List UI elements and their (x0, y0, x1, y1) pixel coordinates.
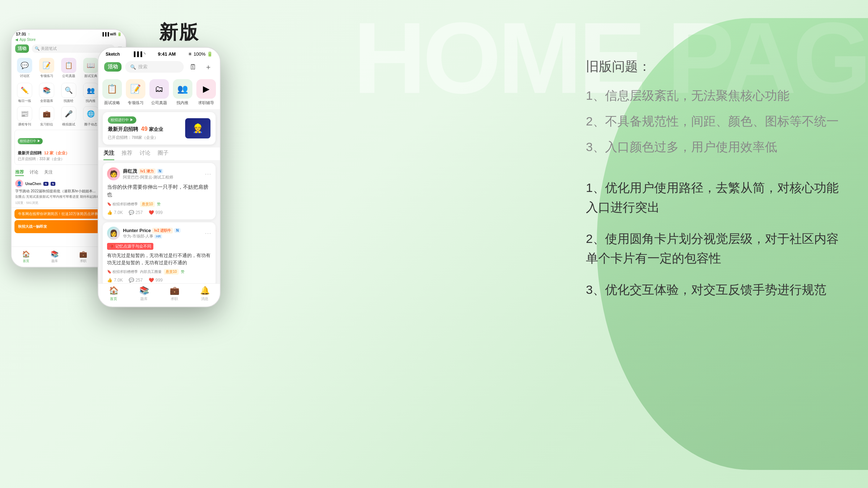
new-icon-coach[interactable]: ▶ 求职辅导 (195, 79, 217, 106)
new-nav-questionbank-icon: 📚 (139, 286, 149, 295)
new-post2-comment[interactable]: 💬 257 (129, 278, 143, 283)
old-icon-course-box: 📰 (17, 106, 32, 121)
old-icon-discuss-label: 讨论区 (20, 74, 30, 78)
new-icon-interview-label: 面试攻略 (104, 100, 120, 106)
new-time: 9:41 AM (158, 51, 176, 57)
new-calendar-btn[interactable]: 🗓 (187, 61, 199, 73)
old-icon-discuss[interactable]: 💬 讨论区 (14, 58, 35, 78)
old-app-store-row: ◀ App Store (12, 37, 126, 42)
new-search-box[interactable]: 🔍 搜索 (125, 61, 184, 73)
new-nav-home[interactable]: 🏠 首页 (98, 286, 129, 301)
new-post-card-2: 👩 Hunter Price lv2 进职牛 N 华为-市场部-人事 HR ⋯ … (103, 222, 216, 287)
new-bottom-nav: 🏠 首页 📚 题库 💼 求职 🔔 消息 (98, 283, 220, 307)
signal-icon: ▐▐▐ (101, 32, 109, 36)
new-post2-badge2: N (174, 228, 180, 233)
new-icon-interview[interactable]: 📋 面试攻略 (101, 79, 123, 106)
old-time: 17:31 ↑ (16, 32, 30, 36)
new-tab-community[interactable]: 圈子 (158, 150, 169, 160)
old-icon-mock-box: 🎤 (61, 106, 76, 121)
new-post1-more[interactable]: ⋯ (205, 170, 211, 178)
new-recruit-text-area: 校招进行中 ▶ 最新开启招聘 49 家企业 已开启招聘：788家（企业） (108, 116, 182, 140)
new-post1-tag3: 赞 (157, 201, 161, 207)
old-icon-questions-label: 公司真题 (62, 74, 75, 78)
new-nav-questionbank-label: 题库 (140, 296, 148, 301)
old-nav-home-icon: 🏠 (22, 250, 30, 258)
old-icon-practice[interactable]: 📝 专项练习 (37, 58, 57, 78)
old-nav-job-icon: 💼 (79, 250, 87, 258)
old-icon-mock-label: 模拟面试 (62, 122, 75, 127)
new-post1-name: 薛红茂 lv1 潜力 N (123, 168, 202, 175)
new-icon-company[interactable]: 🗂 公司真题 (148, 79, 170, 106)
old-nav-job[interactable]: 💼 求职 (69, 250, 97, 264)
new-post1-comment[interactable]: 💬 257 (129, 210, 143, 215)
new-tab-follow[interactable]: 关注 (103, 150, 114, 160)
old-tab-discuss[interactable]: 讨论 (30, 169, 38, 176)
new-nav-job-label: 求职 (171, 296, 178, 301)
old-recruit-count: 12 家（企业） (44, 151, 69, 155)
new-icon-company-label: 公司真题 (151, 100, 167, 106)
new-nav-home-label: 首页 (110, 296, 117, 301)
issue-2: 2、不具备规范性，间距、颜色、图标等不统一 (586, 112, 839, 130)
new-status-bar: Sketch ▐▐▐ ◝ 9:41 AM ✳ 100% 🔋 (98, 48, 220, 58)
old-post1-avatar: 👤 (15, 180, 23, 188)
old-icon-refer-box: 👥 (83, 83, 98, 98)
new-icon-practice[interactable]: 📝 专项练习 (125, 79, 147, 106)
new-tab-recommend[interactable]: 推荐 (122, 150, 132, 160)
old-icon-allquestions-label: 全部题库 (40, 99, 53, 103)
new-phone-header: 活动 🔍 搜索 🗓 ＋ (98, 58, 220, 76)
new-icon-refer[interactable]: 👥 找内推 (171, 79, 193, 106)
old-app-store-text: App Store (20, 38, 35, 42)
new-nav-job[interactable]: 💼 求职 (159, 286, 190, 301)
old-icon-course-label: 课程专刊 (18, 122, 31, 127)
old-icon-findinterview-box: 🔍 (61, 83, 76, 98)
new-nav-message[interactable]: 🔔 消息 (190, 286, 220, 301)
new-post-card-1: 🧑 薛红茂 lv1 潜力 N 阿里巴巴-阿里云-测试工程师 ⋯ 当你的伙伴需要你… (103, 163, 216, 219)
old-search-placeholder: 美团笔试 (41, 46, 57, 51)
old-tab-recommend[interactable]: 推荐 (15, 169, 24, 176)
issue-3: 3、入口颜色过多，用户使用效率低 (586, 138, 839, 156)
new-post1-badge1: lv1 潜力 (139, 168, 156, 174)
new-wifi: ◝ (144, 51, 145, 57)
new-post1-like[interactable]: 👍 7.0K (107, 210, 123, 215)
old-icon-findinterview[interactable]: 🔍 找面经 (59, 83, 79, 103)
old-icon-questions[interactable]: 📋 公司真题 (59, 58, 79, 78)
new-post2-company: 华为-市场部-人事 HR (123, 234, 202, 239)
old-icon-daily[interactable]: ✏️ 每日一练 (14, 83, 35, 103)
new-icon-coach-circle: ▶ (196, 79, 216, 99)
new-post2-heart[interactable]: ❤️ 999 (149, 278, 163, 283)
issues-section: 旧版问题： 1、信息层级紊乱，无法聚焦核心功能 2、不具备规范性，间距、颜色、图… (586, 58, 839, 156)
old-nav-questionbank[interactable]: 📚 题库 (40, 250, 69, 264)
new-phone: Sketch ▐▐▐ ◝ 9:41 AM ✳ 100% 🔋 活动 🔍 搜索 🗓 … (98, 47, 221, 307)
new-add-btn[interactable]: ＋ (203, 61, 214, 73)
old-icon-practice-box: 📝 (39, 58, 54, 73)
old-nav-questionbank-label: 题库 (51, 259, 58, 264)
new-post2-info: Hunter Price lv2 进职牛 N 华为-市场部-人事 HR (123, 228, 202, 239)
old-icon-internship-box: 💼 (39, 106, 54, 121)
wifi-icon: wifi (110, 32, 116, 36)
old-icon-interview-box: 📖 (83, 58, 98, 73)
old-icon-course[interactable]: 📰 课程专刊 (14, 106, 35, 127)
new-version-label: 新版 (159, 20, 200, 45)
new-tab-discuss[interactable]: 讨论 (140, 150, 150, 160)
new-post2-like[interactable]: 👍 7.0K (107, 278, 123, 283)
new-post2-tag4: 赞 (181, 269, 184, 275)
old-icon-discuss-box: 💬 (17, 58, 32, 73)
new-battery: 100% 🔋 (193, 51, 213, 57)
old-promo-text: 牛客网在线帮你评测简历！狂送10万张简历点评券 (18, 211, 98, 217)
old-icon-interview-label: 面试宝典 (84, 74, 97, 78)
old-status-bar: 17:31 ↑ ▐▐▐ wifi 🔋 (12, 30, 126, 37)
old-nav-home[interactable]: 🏠 首页 (12, 250, 40, 264)
new-post1-tag1: 🔖 校招求职槽槽季 (107, 201, 138, 207)
old-icon-mock[interactable]: 🎤 模拟面试 (59, 106, 79, 127)
old-nav-home-label: 首页 (23, 259, 29, 264)
old-icon-internship[interactable]: 💼 实习职位 (37, 106, 57, 127)
new-recruit-badge: 校招进行中 ▶ (108, 116, 136, 124)
new-nav-questionbank[interactable]: 📚 题库 (129, 286, 159, 301)
old-tab-follow[interactable]: 关注 (44, 169, 53, 176)
old-icon-allquestions[interactable]: 📚 全部题库 (37, 83, 57, 103)
new-search-icon: 🔍 (130, 64, 136, 70)
new-signal: ▐▐▐ (132, 51, 142, 57)
new-post1-heart[interactable]: ❤️ 999 (149, 210, 163, 215)
new-post1-user-row: 🧑 薛红茂 lv1 潜力 N 阿里巴巴-阿里云-测试工程师 ⋯ (107, 167, 211, 180)
new-post2-more[interactable]: ⋯ (205, 229, 211, 237)
